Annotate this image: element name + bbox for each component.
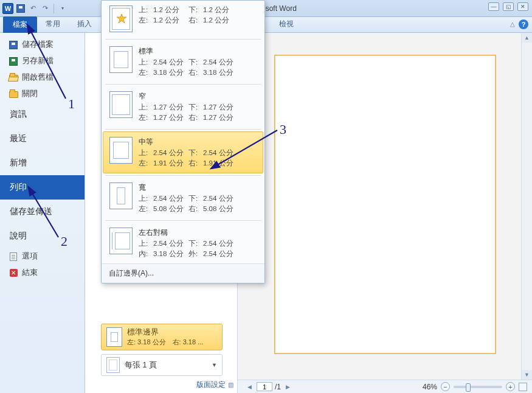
value: 2.54 公分	[153, 58, 188, 67]
next-page-button[interactable]: ▶	[283, 384, 292, 390]
value: 3.18 公分	[153, 68, 188, 77]
label: 右:	[188, 159, 203, 168]
sidebar-item-save[interactable]: 儲存檔案	[0, 37, 85, 53]
qat-redo-icon[interactable]: ↷	[40, 4, 50, 13]
value: 5.08 公分	[203, 204, 235, 214]
margin-option-mirrored[interactable]: 左右對稱 上:2.54 公分 下:2.54 公分 內:3.18 公分 外:2.5…	[103, 223, 263, 263]
folder-open-icon	[9, 75, 18, 82]
page-setup-link[interactable]: 版面設定 ▧	[196, 380, 233, 390]
margin-option-moderate[interactable]: 中等 上:2.54 公分 下:2.54 公分 左:1.91 公分 右:1.91 …	[103, 131, 263, 173]
scroll-up-icon[interactable]: ▲	[522, 33, 532, 43]
label: 下:	[188, 103, 203, 112]
sidebar-item-options[interactable]: 選項	[0, 248, 85, 265]
margin-option-narrow[interactable]: 窄 上:1.27 公分 下:1.27 公分 左:1.27 公分 右:1.27 公…	[103, 86, 263, 127]
folder-icon	[9, 91, 18, 98]
qat-save-icon[interactable]	[16, 4, 26, 13]
zoom-in-button[interactable]: +	[506, 382, 515, 391]
zoom-out-button[interactable]: −	[441, 382, 450, 391]
vertical-scrollbar[interactable]: ▲ ▼	[521, 33, 532, 380]
margin-thumb-icon	[106, 327, 122, 347]
sidebar-item-open[interactable]: 開啟舊檔	[0, 69, 85, 86]
qat-customize-icon[interactable]: ▾	[58, 4, 67, 13]
tab-view[interactable]: 檢視	[271, 16, 302, 32]
margin-name: 寬	[139, 183, 257, 193]
page-number-input[interactable]	[257, 382, 272, 391]
sidebar-label: 結束	[22, 268, 38, 278]
margin-option-normal[interactable]: 標準 上:2.54 公分 下:2.54 公分 左:3.18 公分 右:3.18 …	[103, 41, 263, 82]
print-settings-column: 上:1.2 公分 下:1.2 公分 左:1.2 公分 右:1.2 公分 標準 上…	[85, 33, 237, 393]
margin-thumb-icon	[109, 46, 133, 73]
value: 2.54 公分	[153, 239, 188, 248]
window-close-button[interactable]: ✕	[517, 2, 528, 11]
current-margin-detail: 左: 3.18 公分 右: 3.18 ...	[127, 338, 217, 347]
label: 左:	[139, 113, 153, 122]
label: 上:	[139, 5, 153, 15]
label: 上:	[139, 239, 153, 248]
sidebar-label: 儲存檔案	[22, 40, 54, 50]
annotation-1: 1	[68, 96, 75, 112]
margin-name: 標準	[139, 46, 257, 57]
sheets-per-page-label: 每張 1 頁	[125, 360, 157, 370]
sidebar-item-new[interactable]: 新增	[0, 151, 85, 175]
sidebar-item-print[interactable]: 列印	[0, 175, 85, 200]
label: 外:	[188, 249, 203, 259]
sidebar-item-help[interactable]: 說明	[0, 224, 85, 248]
tab-home[interactable]: 常用	[37, 16, 69, 32]
tab-insert[interactable]: 插入	[69, 16, 100, 32]
label: 上:	[139, 194, 153, 203]
value: 1.2 公分	[203, 5, 235, 15]
sidebar-item-exit[interactable]: ✕結束	[0, 265, 85, 281]
value: 1.27 公分	[153, 103, 188, 112]
sheets-per-page-button[interactable]: 每張 1 頁 ▼	[101, 354, 223, 376]
prev-page-button[interactable]: ◀	[245, 384, 254, 390]
margin-name: 左右對稱	[139, 228, 257, 238]
window-minimize-button[interactable]: —	[488, 2, 499, 11]
margin-option-lastcustom[interactable]: 上:1.2 公分 下:1.2 公分 左:1.2 公分 右:1.2 公分	[103, 1, 263, 37]
label: 下:	[188, 194, 203, 203]
qat-undo-icon[interactable]: ↶	[28, 4, 38, 13]
separator	[105, 220, 261, 221]
ribbon-tabs: 檔案 常用 插入 檢視 △ ?	[0, 17, 532, 33]
label: 右:	[188, 204, 203, 214]
window-title: osoft Word	[261, 4, 477, 13]
label: 右:	[188, 16, 203, 25]
value: 3.18 公分	[153, 249, 188, 259]
label: 下:	[188, 58, 203, 67]
help-icon[interactable]: ?	[519, 19, 528, 29]
sidebar-item-recent[interactable]: 最近	[0, 127, 85, 151]
label: 右:	[188, 113, 203, 122]
window-restore-button[interactable]: ◱	[503, 2, 514, 11]
document-icon	[10, 252, 17, 261]
minimize-ribbon-icon[interactable]: △	[510, 21, 515, 27]
value: 2.54 公分	[203, 239, 235, 248]
separator	[105, 84, 261, 85]
margin-option-custom[interactable]: 自訂邊界(A)...	[102, 263, 264, 283]
title-bar: W ↶ ↷ ▾ osoft Word — ◱ ✕	[0, 0, 532, 17]
label: 內:	[139, 249, 153, 259]
value: 1.91 公分	[203, 159, 235, 168]
label: 左:	[139, 159, 153, 168]
tab-file[interactable]: 檔案	[3, 16, 37, 33]
sidebar-item-saveas[interactable]: 另存新檔	[0, 53, 85, 69]
label: 上:	[139, 148, 153, 158]
current-margin-name: 標準邊界	[127, 327, 217, 338]
sidebar-item-savesend[interactable]: 儲存並傳送	[0, 200, 85, 224]
current-margin-button[interactable]: 標準邊界 左: 3.18 公分 右: 3.18 ...	[101, 324, 223, 350]
page-setup-label: 版面設定	[196, 380, 226, 390]
separator	[105, 39, 261, 40]
scroll-down-icon[interactable]: ▼	[522, 370, 532, 380]
label: 右:	[188, 68, 203, 77]
x-icon: ✕	[10, 269, 18, 277]
value: 2.54 公分	[203, 194, 235, 203]
label: 下:	[188, 5, 203, 15]
preview-status-bar: ◀ /1 ▶ 46% − +	[238, 380, 532, 393]
margin-thumb-icon	[109, 228, 133, 254]
margin-option-wide[interactable]: 寬 上:2.54 公分 下:2.54 公分 左:5.08 公分 右:5.08 公…	[103, 178, 263, 218]
value: 2.54 公分	[203, 249, 235, 259]
zoom-fit-button[interactable]	[519, 383, 527, 391]
sidebar-label: 另存新檔	[22, 56, 54, 66]
zoom-slider[interactable]	[454, 386, 502, 388]
launcher-icon: ▧	[228, 381, 233, 388]
value: 1.2 公分	[153, 16, 188, 25]
value: 2.54 公分	[203, 148, 235, 158]
